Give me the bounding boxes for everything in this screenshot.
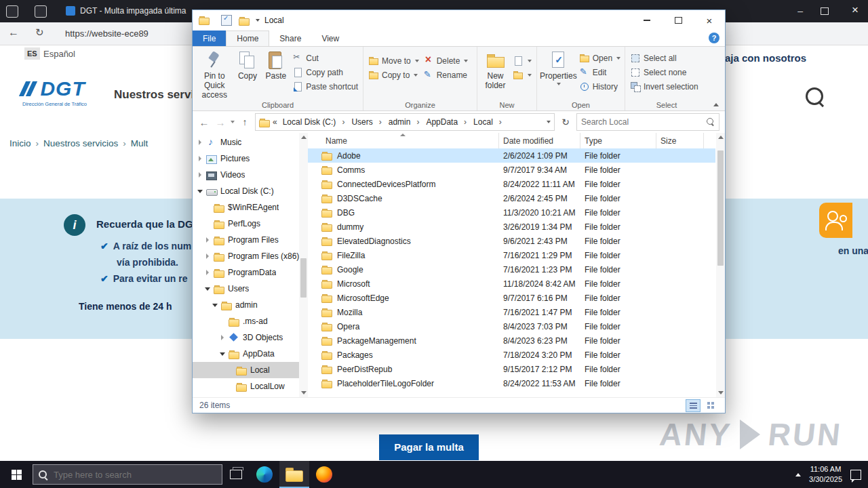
tree-expand-icon[interactable] [204, 253, 211, 260]
new-folder-button[interactable]: New folder [480, 49, 511, 91]
recent-locations-caret-icon[interactable] [231, 121, 235, 123]
taskbar-app-edge[interactable] [250, 461, 279, 488]
refresh-button[interactable]: ↻ [559, 117, 572, 127]
address-segment[interactable]: Users [349, 117, 384, 127]
tree-scrollbar[interactable] [299, 133, 308, 397]
tab-home[interactable]: Home [226, 30, 269, 46]
browser-minimize-button[interactable]: – [797, 5, 803, 16]
address-prefix[interactable]: « [273, 117, 277, 127]
tab-file[interactable]: File [193, 30, 226, 46]
edit-button[interactable]: Edit [577, 66, 623, 79]
browser-maximize-button[interactable] [821, 7, 829, 15]
tree-expand-icon[interactable] [197, 171, 203, 178]
tree-item[interactable]: Program Files (x86) [193, 248, 299, 264]
tree-expand-icon[interactable] [204, 220, 211, 227]
copy-to-button[interactable]: Copy to [366, 68, 421, 82]
tab-share[interactable]: Share [269, 30, 311, 46]
taskbar-search-input[interactable] [52, 469, 204, 481]
table-row[interactable]: Adobe 2/6/2024 1:09 PM File folder [308, 148, 715, 163]
address-segment[interactable]: admin [386, 117, 422, 127]
table-row[interactable]: PeerDistRepub 9/15/2017 2:12 PM File fol… [308, 362, 715, 376]
table-row[interactable]: Opera 8/4/2023 7:03 PM File folder [308, 319, 715, 333]
taskbar-search[interactable] [33, 464, 222, 485]
tree-item[interactable]: AppData [193, 346, 299, 362]
tree-item[interactable]: Program Files [193, 232, 299, 248]
language-label[interactable]: Español [43, 49, 75, 59]
forward-button[interactable]: → [214, 117, 226, 128]
tree-expand-icon[interactable] [197, 139, 203, 146]
details-view-button[interactable] [686, 399, 701, 412]
collapse-ribbon-icon[interactable] [713, 103, 719, 106]
top-right-link[interactable]: aja con nosotros [725, 52, 806, 64]
explorer-search[interactable] [576, 113, 719, 131]
table-row[interactable]: MicrosoftEdge 9/7/2017 6:16 PM File fold… [308, 291, 715, 305]
table-row[interactable]: D3DSCache 2/6/2024 2:45 PM File folder [308, 191, 715, 205]
tree-item[interactable]: LocalLow [193, 378, 299, 394]
tree-item[interactable]: 3D Objects [193, 329, 299, 346]
browser-close-button[interactable]: × [852, 3, 859, 17]
table-row[interactable]: Packages 7/18/2024 3:20 PM File folder [308, 348, 715, 362]
tree-item[interactable]: PerfLogs [193, 216, 299, 232]
table-row[interactable]: Google 7/16/2021 1:23 PM File folder [308, 262, 715, 277]
browser-app-icon[interactable] [35, 5, 47, 18]
dgt-logo[interactable]: DGT Dirección General de Tráfico [22, 77, 87, 107]
table-row[interactable]: Microsoft 11/18/2024 8:42 AM File folder [308, 277, 715, 291]
browser-tab-title[interactable]: DGT - Multa impagada última ... [80, 6, 189, 16]
tree-item[interactable]: $WinREAgent [193, 199, 299, 216]
taskbar-clock[interactable]: 11:06 AM 3/30/2025 [809, 464, 842, 485]
chat-widget-button[interactable] [819, 203, 852, 238]
address-dropdown-caret-icon[interactable] [547, 121, 551, 123]
tree-expand-icon[interactable] [204, 237, 211, 243]
task-view-button[interactable] [222, 461, 250, 488]
tree-expand-icon[interactable] [219, 334, 226, 341]
large-icons-view-button[interactable] [703, 399, 718, 412]
explorer-titlebar[interactable]: Local × [193, 10, 725, 30]
address-segment[interactable]: AppData [423, 117, 469, 127]
table-row[interactable]: Comms 9/7/2017 9:34 AM File folder [308, 163, 715, 177]
tree-item[interactable]: .ms-ad [193, 313, 299, 329]
column-header-date-modified[interactable]: Date modified [499, 133, 580, 148]
scroll-down-icon[interactable] [301, 391, 307, 394]
breadcrumb-item[interactable]: Inicio [9, 138, 31, 148]
select-all-button[interactable]: Select all [628, 52, 701, 65]
tree-expand-icon[interactable] [226, 367, 233, 373]
taskbar-app-file-explorer[interactable] [279, 461, 309, 488]
tree-item[interactable]: Pictures [193, 150, 299, 167]
easy-access-button[interactable] [511, 68, 534, 82]
tab-view[interactable]: View [311, 30, 349, 46]
table-row[interactable]: ElevatedDiagnostics 9/6/2021 2:43 PM Fil… [308, 234, 715, 248]
address-bar[interactable]: « Local Disk (C:) Users admin AppData Lo… [255, 113, 555, 131]
invert-selection-button[interactable]: Invert selection [628, 80, 701, 94]
browser-back-icon[interactable]: ← [8, 26, 19, 39]
move-to-button[interactable]: Move to [366, 54, 421, 68]
delete-button[interactable]: Delete [421, 54, 471, 68]
address-segment[interactable]: Local Disk (C:) [280, 117, 348, 127]
tree-item[interactable]: ProgramData [193, 264, 299, 281]
table-row[interactable]: PlaceholderTileLogoFolder 8/24/2022 11:5… [308, 376, 715, 390]
tree-item[interactable]: Local [193, 362, 299, 378]
help-button[interactable]: ? [709, 33, 719, 43]
scroll-thumb[interactable] [717, 150, 724, 266]
file-list-scrollbar[interactable] [716, 133, 725, 397]
language-badge[interactable]: ES [24, 47, 40, 60]
browser-url[interactable]: https://website-ece89 [65, 28, 149, 39]
table-row[interactable]: PackageManagement 8/4/2023 6:23 PM File … [308, 333, 715, 348]
page-search-icon[interactable] [806, 87, 823, 105]
tree-expand-icon[interactable] [204, 204, 211, 211]
copy-path-button[interactable]: Copy path [290, 66, 360, 79]
paste-shortcut-button[interactable]: Paste shortcut [290, 80, 360, 94]
column-header-type[interactable]: Type [580, 133, 656, 148]
close-button[interactable]: × [694, 10, 725, 30]
action-center-icon[interactable] [850, 470, 861, 480]
tree-item[interactable]: Videos [193, 167, 299, 183]
tree-expand-icon[interactable] [219, 350, 226, 357]
start-button[interactable] [0, 461, 33, 488]
paste-button[interactable]: Paste [261, 49, 290, 81]
tree-item[interactable]: Music [193, 134, 299, 150]
tree-expand-icon[interactable] [212, 302, 218, 308]
qat-folder-icon[interactable] [239, 16, 249, 26]
maximize-button[interactable] [663, 10, 694, 30]
qat-customize-caret-icon[interactable] [256, 19, 260, 22]
taskbar-app-firefox[interactable] [309, 461, 339, 488]
up-button[interactable]: ↑ [239, 117, 251, 127]
